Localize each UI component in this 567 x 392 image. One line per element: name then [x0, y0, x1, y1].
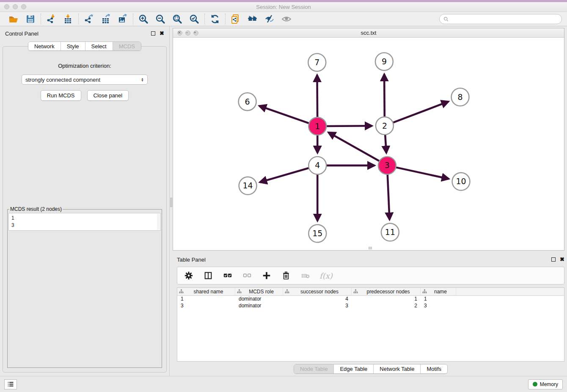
- graph-node-1[interactable]: 1: [308, 117, 326, 135]
- run-mcds-button[interactable]: Run MCDS: [41, 90, 81, 101]
- network-graph-canvas[interactable]: 7968124314101511: [173, 38, 564, 250]
- mcds-tab-content: Optimization criterion: strongly connect…: [3, 46, 167, 373]
- table-tab-network-table[interactable]: Network Table: [374, 364, 421, 373]
- table-tabs-row: Node TableEdge TableNetwork TableMotifs: [177, 362, 564, 376]
- graph-edge-1-6[interactable]: [259, 106, 310, 124]
- save-session-icon[interactable]: [25, 14, 36, 25]
- zoom-in-icon[interactable]: [138, 14, 149, 25]
- search-box[interactable]: [439, 14, 562, 24]
- settings-gear-icon[interactable]: [183, 270, 194, 281]
- graph-node-11[interactable]: 11: [381, 224, 399, 241]
- mcds-result-list[interactable]: 13: [8, 213, 161, 231]
- add-column-plus-icon[interactable]: [261, 270, 272, 281]
- network-window-title: scc.txt: [173, 30, 564, 36]
- graph-node-4[interactable]: 4: [308, 157, 326, 174]
- graph-edge-2-9[interactable]: [384, 74, 385, 118]
- table-header-row: shared nameMCDS rolesuccessor nodesprede…: [177, 288, 564, 296]
- table-cell[interactable]: dominator: [235, 303, 283, 309]
- column-header-predecessor-nodes[interactable]: predecessor nodes: [352, 288, 421, 295]
- table-tab-node-table[interactable]: Node Table: [294, 364, 334, 373]
- network-scroll-grip[interactable]: [369, 247, 372, 249]
- grid-view-mode-button[interactable]: [4, 379, 17, 389]
- close-panel-button[interactable]: Close panel: [87, 90, 129, 101]
- table-row[interactable]: 3dominator323: [177, 303, 564, 309]
- table-cell[interactable]: 1: [421, 296, 456, 303]
- graph-edge-2-8[interactable]: [392, 102, 449, 123]
- graph-edge-1-2[interactable]: [325, 126, 372, 126]
- svg-text:7: 7: [314, 58, 319, 67]
- table-cell[interactable]: 3: [283, 303, 352, 309]
- criterion-dropdown-value: strongly connected component: [25, 77, 100, 83]
- tab-network[interactable]: Network: [28, 42, 61, 50]
- table-cell[interactable]: 1: [352, 296, 421, 303]
- deselect-all-unchecked-icon[interactable]: [242, 270, 253, 281]
- zoom-out-icon[interactable]: [155, 14, 166, 25]
- table-cell[interactable]: dominator: [235, 296, 283, 303]
- column-layout-icon[interactable]: [203, 270, 214, 281]
- cyndex-home-icon[interactable]: [247, 14, 258, 25]
- graph-node-3[interactable]: 3: [378, 157, 396, 174]
- table-cell[interactable]: 2: [352, 303, 421, 309]
- show-hide-eye-icon[interactable]: [281, 14, 292, 25]
- function-fx-icon[interactable]: f(x): [319, 271, 333, 280]
- graph-node-7[interactable]: 7: [308, 53, 326, 71]
- column-header-shared-name[interactable]: shared name: [177, 288, 235, 295]
- tab-style[interactable]: Style: [61, 42, 85, 50]
- network-window-titlebar: ✕ − + scc.txt: [173, 28, 564, 38]
- memory-button[interactable]: Memory: [528, 379, 563, 389]
- graph-edge-3-11[interactable]: [388, 174, 390, 220]
- close-table-panel-icon[interactable]: ✖: [560, 257, 564, 262]
- table-tab-motifs[interactable]: Motifs: [421, 364, 447, 373]
- graph-edge-3-10[interactable]: [395, 167, 449, 179]
- table-row[interactable]: 1dominator411: [177, 296, 564, 303]
- svg-text:9: 9: [382, 57, 387, 66]
- graph-node-8[interactable]: 8: [451, 88, 469, 106]
- select-all-checked-icon[interactable]: [222, 270, 233, 281]
- column-header-name[interactable]: name: [421, 288, 456, 295]
- criterion-dropdown[interactable]: strongly connected component ▲▼: [22, 75, 148, 85]
- column-header-successor-nodes[interactable]: successor nodes: [283, 288, 352, 295]
- delete-trash-icon[interactable]: [281, 270, 292, 281]
- graph-node-14[interactable]: 14: [239, 177, 257, 195]
- refresh-layout-icon[interactable]: [209, 14, 220, 25]
- column-header-MCDS-role[interactable]: MCDS role: [235, 288, 283, 295]
- graph-edge-4-14[interactable]: [260, 168, 310, 182]
- table-cell[interactable]: 1: [177, 296, 235, 303]
- import-table-icon[interactable]: [63, 14, 74, 25]
- export-table-icon[interactable]: [100, 14, 111, 25]
- graph-node-2[interactable]: 2: [376, 117, 394, 135]
- float-table-panel-icon[interactable]: [551, 257, 556, 262]
- optimization-criterion-label: Optimization criterion:: [7, 63, 162, 69]
- table-tab-edge-table[interactable]: Edge Table: [334, 364, 374, 373]
- main-area: Control Panel ✖ NetworkStyleSelectMCDS O…: [0, 26, 567, 376]
- graph-edge-3-1[interactable]: [328, 133, 380, 162]
- tab-mcds[interactable]: MCDS: [113, 42, 141, 50]
- table-cell[interactable]: 4: [283, 296, 352, 303]
- zoom-fit-icon[interactable]: [172, 14, 183, 25]
- search-input[interactable]: [451, 16, 558, 22]
- export-image-icon[interactable]: [117, 14, 128, 25]
- panel-splitter[interactable]: [169, 26, 173, 376]
- zoom-selected-icon[interactable]: [189, 14, 200, 25]
- open-file-icon[interactable]: [8, 14, 19, 25]
- toggle-graphics-details-icon[interactable]: [264, 14, 275, 25]
- toolbar-group: [79, 14, 133, 25]
- table-cell[interactable]: 3: [421, 303, 456, 309]
- graph-node-10[interactable]: 10: [452, 173, 470, 190]
- close-panel-icon[interactable]: ✖: [160, 31, 164, 36]
- list-icon: [7, 381, 14, 388]
- table-cell[interactable]: 3: [177, 303, 235, 309]
- float-panel-icon[interactable]: [151, 31, 155, 36]
- tab-select[interactable]: Select: [85, 42, 113, 50]
- graph-node-9[interactable]: 9: [375, 52, 393, 70]
- clone-network-icon[interactable]: [230, 14, 241, 25]
- delete-table-column-icon[interactable]: [300, 270, 311, 281]
- graph-node-15[interactable]: 15: [308, 225, 326, 243]
- import-network-icon[interactable]: [46, 14, 57, 25]
- graph-edge-1-7[interactable]: [317, 75, 317, 118]
- graph-node-6[interactable]: 6: [239, 93, 256, 110]
- graph-edge-2-3[interactable]: [385, 134, 386, 153]
- export-network-icon[interactable]: [83, 14, 94, 25]
- splitter-grip-handle[interactable]: [170, 198, 172, 207]
- result-scrollbar[interactable]: [157, 214, 160, 230]
